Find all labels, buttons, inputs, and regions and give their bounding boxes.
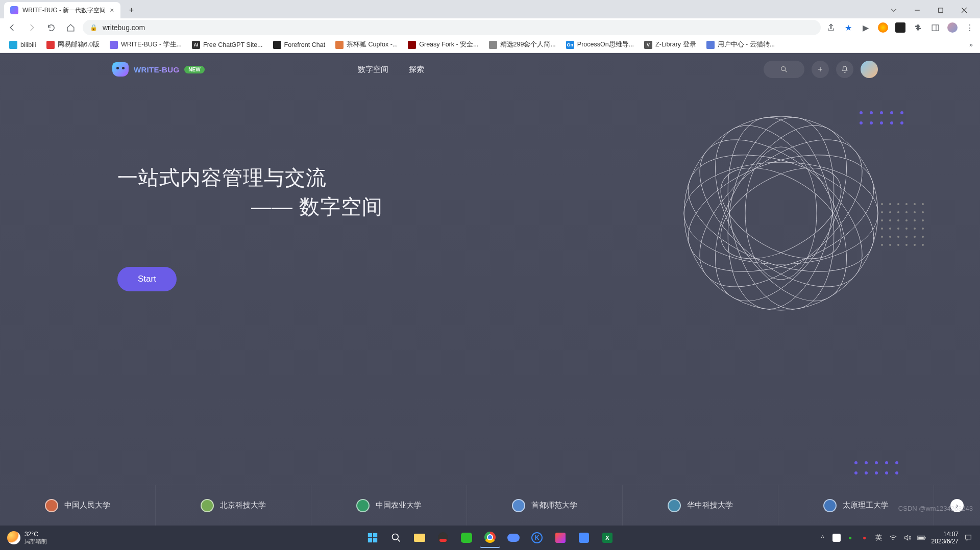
bookmark-item[interactable]: OnProcessOn思维导... [562, 38, 638, 51]
tencent-meeting-icon[interactable] [574, 528, 594, 548]
university-name: 北京科技大学 [220, 501, 266, 510]
site-header: WRITE-BUG NEW 数字空间 探索 + [0, 53, 980, 86]
start-menu-button[interactable] [362, 528, 383, 548]
tray-wechat-icon[interactable]: ● [846, 533, 855, 542]
bookmark-item[interactable]: 网易邮箱6.0版 [42, 38, 104, 51]
tab-title: WRITE-BUG - 新一代数字空间 [22, 6, 106, 15]
taskbar-search-icon[interactable] [386, 528, 406, 548]
university-item[interactable]: 中国农业大学 [311, 485, 467, 526]
bookmark-label: ProcessOn思维导... [577, 40, 634, 49]
chevron-down-icon[interactable] [882, 2, 905, 18]
extension-icon-2[interactable] [895, 22, 905, 33]
browser-tab[interactable]: WRITE-BUG - 新一代数字空间 × [4, 2, 120, 18]
bookmark-label: Z-Library 登录 [655, 40, 696, 49]
bookmark-item[interactable]: AIFree ChatGPT Site... [188, 38, 266, 51]
bookmark-item[interactable]: Forefront Chat [269, 38, 330, 51]
university-logo-icon [512, 499, 525, 512]
file-explorer-icon[interactable] [409, 528, 430, 548]
search-icon [780, 65, 788, 73]
university-name: 中国农业大学 [376, 501, 422, 510]
decorative-dots [854, 461, 898, 474]
hero-heading-line1: 一站式内容管理与交流 [117, 162, 383, 193]
new-tab-button[interactable]: + [125, 3, 139, 17]
tray-chevron-icon[interactable]: ^ [818, 533, 827, 542]
notifications-button[interactable] [836, 61, 853, 78]
extensions-puzzle-icon[interactable] [913, 22, 923, 33]
svg-rect-2 [932, 24, 939, 30]
tray-cloud-icon[interactable]: ● [860, 533, 869, 542]
university-name: 中国人民大学 [64, 501, 110, 510]
bookmark-item[interactable]: 精选299套个人简... [485, 38, 560, 51]
university-logo-icon [201, 499, 214, 512]
start-button[interactable]: Start [117, 267, 177, 291]
temperature: 32°C [24, 531, 47, 538]
chrome-icon[interactable] [480, 528, 500, 548]
taskbar-clock[interactable]: 14:07 2023/6/27 [932, 531, 959, 545]
back-button[interactable] [5, 20, 19, 35]
taskbar-apps: K X [362, 528, 618, 548]
bookmark-item[interactable]: VZ-Library 登录 [640, 38, 700, 51]
university-item[interactable]: 中国人民大学 [0, 485, 156, 526]
tab-bar: WRITE-BUG - 新一代数字空间 × + [0, 0, 980, 18]
ime-indicator[interactable]: 英 [874, 533, 884, 542]
plus-icon: + [818, 65, 822, 74]
bookmark-favicon-icon [9, 41, 17, 49]
sidepanel-icon[interactable] [930, 22, 940, 33]
user-avatar[interactable] [861, 61, 878, 78]
taskbar-weather[interactable]: 32°C 局部晴朗 [7, 531, 47, 545]
reload-button[interactable] [44, 20, 58, 35]
bookmark-item[interactable]: WRITE-BUG - 学生... [106, 38, 186, 51]
site-logo[interactable]: WRITE-BUG NEW [112, 62, 205, 77]
minimize-button[interactable] [905, 2, 929, 18]
wechat-icon[interactable] [456, 528, 477, 548]
svg-point-14 [674, 112, 888, 314]
action-center-icon[interactable] [964, 533, 973, 542]
qq-icon[interactable] [433, 528, 453, 548]
weather-icon [7, 531, 20, 544]
tab-favicon-icon [10, 6, 18, 14]
watermark: CSDN @wm1234263243 [898, 505, 973, 512]
nav-explore[interactable]: 探索 [409, 65, 424, 74]
close-tab-icon[interactable]: × [110, 6, 114, 14]
onedrive-icon[interactable] [503, 528, 524, 548]
page-content: WRITE-BUG NEW 数字空间 探索 + 一站式内容管理与交流 —— 数字… [0, 53, 980, 526]
create-button[interactable]: + [812, 61, 829, 78]
tray-app-icon[interactable] [832, 534, 841, 542]
url-field[interactable]: 🔒 writebug.com [83, 20, 821, 35]
university-item[interactable]: 北京科技大学 [156, 485, 311, 526]
wifi-icon[interactable] [889, 533, 898, 542]
extension-icon-1[interactable] [878, 22, 888, 33]
intellij-icon[interactable] [550, 528, 571, 548]
battery-icon[interactable] [917, 533, 926, 542]
svg-point-10 [688, 106, 873, 320]
decorative-dots [860, 111, 903, 124]
university-item[interactable]: 华中科技大学 [623, 485, 778, 526]
share-icon[interactable] [826, 22, 836, 33]
bookmark-item[interactable]: 用户中心 - 云猫转... [702, 38, 779, 51]
search-button[interactable] [764, 61, 804, 78]
bookmark-star-icon[interactable]: ★ [843, 22, 853, 33]
home-button[interactable] [63, 20, 78, 35]
bookmark-item[interactable]: Greasy Fork - 安全... [404, 38, 482, 51]
university-name: 首都师范大学 [531, 501, 577, 510]
bookmark-item[interactable]: bilibili [5, 38, 40, 51]
clock-date: 2023/6/27 [932, 538, 959, 545]
bookmark-label: WRITE-BUG - 学生... [121, 40, 182, 49]
kugou-icon[interactable]: K [527, 528, 547, 548]
profile-avatar-icon[interactable] [947, 22, 958, 33]
close-window-button[interactable] [952, 2, 976, 18]
bookmark-label: 网易邮箱6.0版 [58, 40, 100, 49]
nav-digital-space[interactable]: 数字空间 [358, 65, 388, 74]
hero-graphic [674, 106, 888, 320]
bookmarks-overflow-icon[interactable]: » [967, 39, 975, 51]
excel-icon[interactable]: X [597, 528, 618, 548]
bookmark-item[interactable]: 茶杯狐 Cupfox -... [331, 38, 402, 51]
play-icon[interactable]: ▶ [861, 22, 871, 33]
university-item[interactable]: 首都师范大学 [467, 485, 623, 526]
svg-point-7 [684, 162, 878, 264]
maximize-button[interactable] [929, 2, 952, 18]
forward-button[interactable] [24, 20, 39, 35]
svg-rect-22 [373, 538, 377, 542]
kebab-menu-icon[interactable]: ⋮ [965, 22, 975, 33]
volume-icon[interactable] [903, 533, 912, 542]
